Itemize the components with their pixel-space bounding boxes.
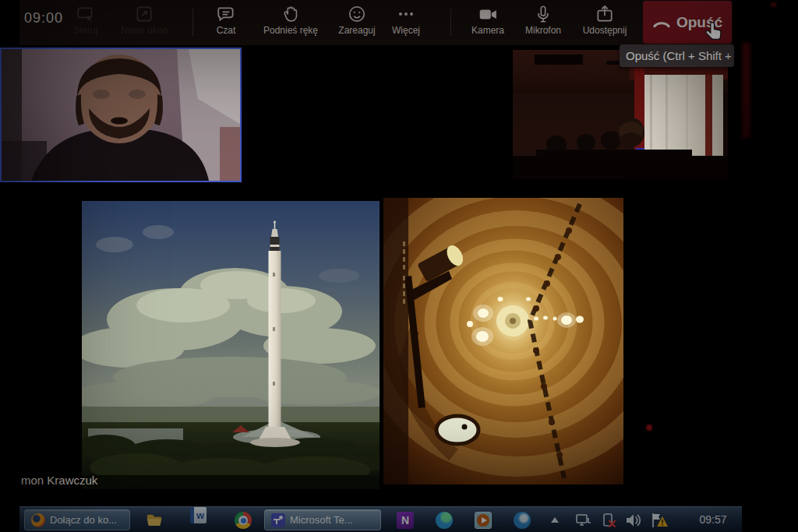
chat-button[interactable]: Czat (195, 2, 257, 43)
teams-icon (271, 513, 285, 527)
taskbar-button-label: Microsoft Te... (290, 514, 353, 526)
firefox-icon (31, 513, 45, 527)
ellipsis-icon (396, 4, 416, 24)
media-player-icon[interactable] (475, 512, 492, 529)
microphone-button[interactable]: Mikrofon (512, 2, 574, 43)
toolbar-separator (192, 8, 193, 36)
microphone-icon (533, 4, 553, 24)
word-icon[interactable]: w (190, 507, 207, 523)
file-explorer-icon[interactable] (146, 512, 163, 529)
taskbar: Dołącz do ko... w Microsoft Te... N (19, 506, 742, 532)
shared-screen-content: mon Krawczuk (19, 184, 733, 495)
taskbar-button-label: Dołącz do ko... (50, 514, 117, 526)
tray-volume-icon[interactable] (624, 512, 643, 529)
share-screen-icon (595, 4, 615, 24)
taskbar-button-firefox-join[interactable]: Dołącz do ko... (24, 509, 130, 530)
taskbar-button-teams[interactable]: Microsoft Te... (264, 509, 381, 530)
red-reflection-dot (771, 2, 776, 7)
room-video-frame (513, 50, 728, 179)
onenote-icon[interactable]: N (397, 512, 414, 529)
mouse-cursor (702, 21, 726, 46)
meeting-timer: 09:00 (24, 10, 63, 26)
tray-action-center-flag-icon[interactable] (649, 512, 668, 529)
slide-image-drop-tube-interior (383, 198, 623, 484)
take-control-button[interactable]: Steruj (61, 2, 111, 43)
more-button[interactable]: Więcej (379, 2, 433, 43)
edge-icon[interactable] (436, 512, 453, 529)
camera-icon (478, 4, 498, 24)
pop-out-window-icon (134, 4, 154, 24)
raise-hand-icon (281, 4, 301, 24)
raise-hand-button[interactable]: Podnieś rękę (256, 2, 326, 43)
share-button[interactable]: Udostępnij (570, 2, 640, 43)
browser-swirl-icon[interactable] (514, 512, 531, 529)
tray-device-error-icon[interactable] (599, 512, 618, 529)
tray-hidden-icons-arrow[interactable] (551, 517, 559, 523)
speaker-video-frame (2, 49, 240, 181)
red-reflection-streak (742, 43, 750, 138)
hang-up-icon (652, 16, 671, 29)
tray-network-icon[interactable] (574, 512, 593, 529)
chrome-icon[interactable] (235, 512, 252, 529)
presenter-name-label: mon Krawczuk (21, 474, 97, 487)
taskbar-clock[interactable]: 09:57 (686, 513, 740, 526)
toolbar-separator (450, 8, 451, 36)
chat-icon (216, 4, 236, 24)
meeting-toolbar: 09:00 Steruj Nowe okno Czat (19, 0, 733, 45)
participant-video-room[interactable] (513, 50, 728, 179)
leave-tooltip: Opuść (Ctrl + Shift + (620, 44, 734, 67)
camera-button[interactable]: Kamera (461, 2, 515, 43)
smiley-icon (347, 4, 367, 24)
participant-video-speaker[interactable] (0, 48, 242, 182)
chrome-icon-center (241, 518, 246, 523)
new-window-button[interactable]: Nowe okno (109, 2, 179, 43)
screen-control-icon (76, 4, 96, 24)
red-indicator-dot (646, 425, 652, 431)
slide-image-drop-tower (82, 201, 380, 489)
